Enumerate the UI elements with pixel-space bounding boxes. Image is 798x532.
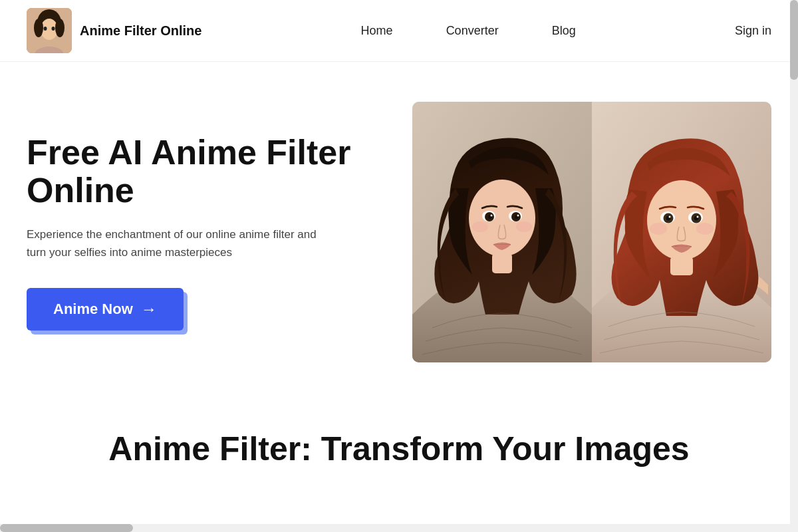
brand: Anime Filter Online: [27, 8, 201, 53]
nav-converter[interactable]: Converter: [446, 24, 499, 38]
hero-image: [412, 102, 771, 362]
svg-point-34: [650, 223, 667, 235]
section-title: Anime Filter: Transform Your Images: [27, 429, 771, 469]
anime-now-button[interactable]: Anime Now →: [27, 288, 184, 331]
brand-logo: [27, 8, 72, 53]
hero-section: Free AI Anime Filter Online Experience t…: [0, 62, 798, 402]
svg-point-5: [55, 19, 65, 37]
nav-blog[interactable]: Blog: [552, 24, 576, 38]
main-nav: Home Converter Blog: [361, 24, 576, 38]
svg-point-32: [697, 216, 699, 218]
navbar-actions: Sign in: [735, 24, 771, 38]
svg-point-21: [472, 221, 488, 232]
scrollbar-thumb[interactable]: [790, 0, 798, 80]
brand-name: Anime Filter Online: [80, 23, 201, 39]
hero-title: Free AI Anime Filter Online: [27, 134, 372, 209]
svg-point-7: [44, 27, 47, 31]
svg-point-35: [696, 223, 714, 235]
vertical-scrollbar[interactable]: [790, 0, 798, 482]
nav-home[interactable]: Home: [361, 24, 393, 38]
hero-image-right: [592, 102, 771, 362]
arrow-icon: →: [141, 300, 157, 319]
sign-in-button[interactable]: Sign in: [735, 24, 771, 38]
navbar: Anime Filter Online Home Converter Blog …: [0, 0, 798, 62]
svg-rect-20: [492, 253, 512, 273]
section-below: Anime Filter: Transform Your Images: [0, 402, 798, 482]
svg-point-8: [52, 27, 55, 31]
svg-point-22: [516, 221, 532, 232]
svg-point-4: [34, 19, 43, 37]
svg-point-19: [517, 215, 519, 217]
svg-rect-33: [670, 257, 693, 275]
anime-now-label: Anime Now: [53, 301, 133, 318]
hero-subtitle: Experience the enchantment of our online…: [27, 225, 332, 261]
svg-point-31: [669, 216, 671, 218]
svg-point-18: [491, 215, 493, 217]
hero-content: Free AI Anime Filter Online Experience t…: [27, 134, 372, 331]
hero-image-left: [412, 102, 592, 362]
